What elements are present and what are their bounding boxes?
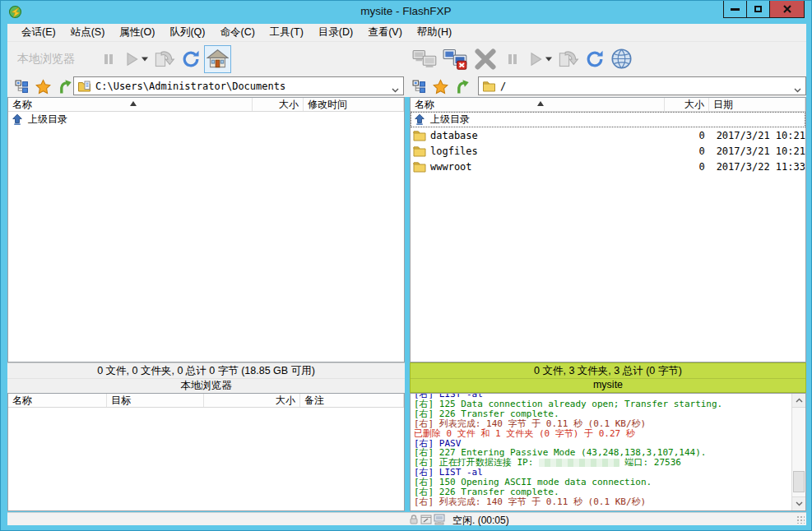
close-button[interactable] xyxy=(769,1,805,18)
computer-icon xyxy=(433,514,446,528)
local-queue-transfer-button[interactable] xyxy=(151,45,178,73)
favorites-star-icon xyxy=(35,79,51,95)
address-row: C:\Users\Administrator\Documents / xyxy=(7,76,806,97)
local-pause-button[interactable] xyxy=(96,45,121,73)
documents-folder-icon xyxy=(77,80,91,92)
column-header-name[interactable]: 名称 xyxy=(411,98,665,111)
play-icon xyxy=(123,51,140,67)
column-header-target[interactable]: 目标 xyxy=(107,394,204,407)
local-go-up-button[interactable] xyxy=(55,77,73,95)
queue-header: 名称目标大小备注 xyxy=(8,394,404,408)
maximize-button[interactable] xyxy=(746,1,770,18)
menu-item-7[interactable]: 查看(V) xyxy=(360,24,410,41)
menu-item-4[interactable]: 命令(C) xyxy=(212,24,262,41)
local-home-button[interactable] xyxy=(204,45,231,73)
resize-grip[interactable] xyxy=(796,515,805,524)
remote-transfer-button[interactable] xyxy=(525,45,554,73)
menu-item-5[interactable]: 工具(T) xyxy=(262,24,311,41)
local-favorites-button[interactable] xyxy=(34,77,52,95)
log-scrollbar[interactable] xyxy=(791,394,805,510)
minimize-icon xyxy=(731,8,740,11)
menu-item-8[interactable]: 帮助(H) xyxy=(410,24,459,41)
remote-site-name: mysite xyxy=(411,379,805,392)
title-bar[interactable]: mysite - FlashFXP xyxy=(1,1,811,24)
column-header-size[interactable]: 大小 xyxy=(665,98,709,111)
globe-icon xyxy=(610,48,633,70)
refresh-icon xyxy=(180,48,202,70)
local-browser-label: 本地浏览器 xyxy=(17,52,75,67)
local-file-list: 名称大小修改时间 上级目录 xyxy=(7,97,405,362)
column-header-date[interactable]: 日期 xyxy=(709,98,805,111)
log-line: [右] 列表完成: 140 字节 于 0.11 秒 (0.1 KB/秒) xyxy=(414,419,790,429)
local-refresh-button[interactable] xyxy=(178,45,204,73)
minimize-button[interactable] xyxy=(723,1,747,18)
remote-go-up-button[interactable] xyxy=(452,77,471,95)
go-up-icon xyxy=(454,79,470,95)
remote-favorites-button[interactable] xyxy=(431,77,449,95)
tree-view-icon xyxy=(412,80,426,94)
column-header-name[interactable]: 名称 xyxy=(8,394,107,407)
abort-button[interactable] xyxy=(471,45,500,73)
site-globe-button[interactable] xyxy=(608,45,635,73)
censored-ip xyxy=(539,459,619,467)
local-toolbar: 本地浏览器 xyxy=(17,42,231,76)
remote-toolbar xyxy=(410,42,635,76)
scrollbar-thumb[interactable] xyxy=(793,471,805,492)
idle-status-text: 空闲. (00:05) xyxy=(452,514,509,528)
remote-queue-transfer-button[interactable] xyxy=(554,45,582,73)
file-row-上级目录[interactable]: 上级目录 xyxy=(411,112,805,127)
scroll-up-button[interactable] xyxy=(792,394,805,408)
column-header-size[interactable]: 大小 xyxy=(204,394,300,407)
refresh-icon xyxy=(584,48,606,70)
dropdown-icon xyxy=(545,57,552,62)
window-icon xyxy=(420,514,432,528)
chevron-down-icon xyxy=(794,84,801,95)
file-row-database[interactable]: database02017/3/21 10:21 xyxy=(411,127,805,143)
remote-list-body: 上级目录database02017/3/21 10:21logfiles0201… xyxy=(411,112,805,174)
menu-bar: 会话(E)站点(S)属性(O)队列(Q)命令(C)工具(T)目录(D)查看(V)… xyxy=(7,24,806,42)
file-row-wwwroot[interactable]: wwwroot02017/3/22 11:33 xyxy=(411,159,805,174)
file-row-上级目录[interactable]: 上级目录 xyxy=(8,112,404,127)
home-icon xyxy=(206,48,229,70)
connect-icon xyxy=(412,48,438,70)
queue-transfer-icon xyxy=(153,48,175,70)
remote-file-list: 名称大小日期 上级目录database02017/3/21 10:21logfi… xyxy=(410,97,806,362)
column-header-modified[interactable]: 修改时间 xyxy=(304,98,404,111)
local-list-header: 名称大小修改时间 xyxy=(8,98,404,112)
disconnect-button[interactable] xyxy=(440,45,471,73)
menu-item-3[interactable]: 队列(Q) xyxy=(162,24,212,41)
scroll-down-button[interactable] xyxy=(792,496,805,510)
chevron-up-icon xyxy=(796,398,803,403)
column-header-note[interactable]: 备注 xyxy=(300,394,404,407)
sort-ascending-icon xyxy=(537,101,544,106)
menu-item-6[interactable]: 目录(D) xyxy=(311,24,360,41)
log-line: [右] 226 Transfer complete. xyxy=(414,409,790,419)
local-status-summary: 0 文件, 0 文件夹, 0 总计 0 字节 (18.85 GB 可用) xyxy=(7,363,405,379)
remote-refresh-button[interactable] xyxy=(582,45,608,73)
remote-status-summary: 0 文件, 3 文件夹, 3 总计 (0 字节) xyxy=(411,363,805,379)
close-icon xyxy=(782,4,792,14)
column-header-size[interactable]: 大小 xyxy=(253,98,304,111)
folder-icon xyxy=(413,129,427,141)
log-line: 已删除 0 文件 和 1 文件夹 (0 字节) 于 0.27 秒 xyxy=(414,429,790,439)
folder-icon xyxy=(482,80,496,92)
menu-item-0[interactable]: 会话(E) xyxy=(14,24,63,41)
remote-tree-view-button[interactable] xyxy=(410,77,428,95)
column-header-name[interactable]: 名称 xyxy=(8,98,253,111)
local-tree-view-button[interactable] xyxy=(12,77,30,95)
lock-icon xyxy=(408,514,420,528)
remote-status-bar: 0 文件, 3 文件夹, 3 总计 (0 字节) mysite xyxy=(410,362,806,393)
connect-button[interactable] xyxy=(410,45,440,73)
remote-pause-button[interactable] xyxy=(500,45,525,73)
dropdown-icon xyxy=(142,57,148,62)
menu-item-1[interactable]: 站点(S) xyxy=(63,24,113,41)
remote-path-combobox[interactable]: / xyxy=(478,76,806,95)
local-path-combobox[interactable]: C:\Users\Administrator\Documents xyxy=(73,76,404,95)
menu-item-2[interactable]: 属性(O) xyxy=(112,24,162,41)
status-bar: 空闲. (00:05) xyxy=(7,512,806,525)
file-row-logfiles[interactable]: logfiles02017/3/21 10:21 xyxy=(411,143,805,159)
folder-icon xyxy=(413,145,427,157)
queue-transfer-icon xyxy=(557,48,579,70)
queue-panel: 名称目标大小备注 xyxy=(7,393,405,511)
local-transfer-button[interactable] xyxy=(121,45,151,73)
